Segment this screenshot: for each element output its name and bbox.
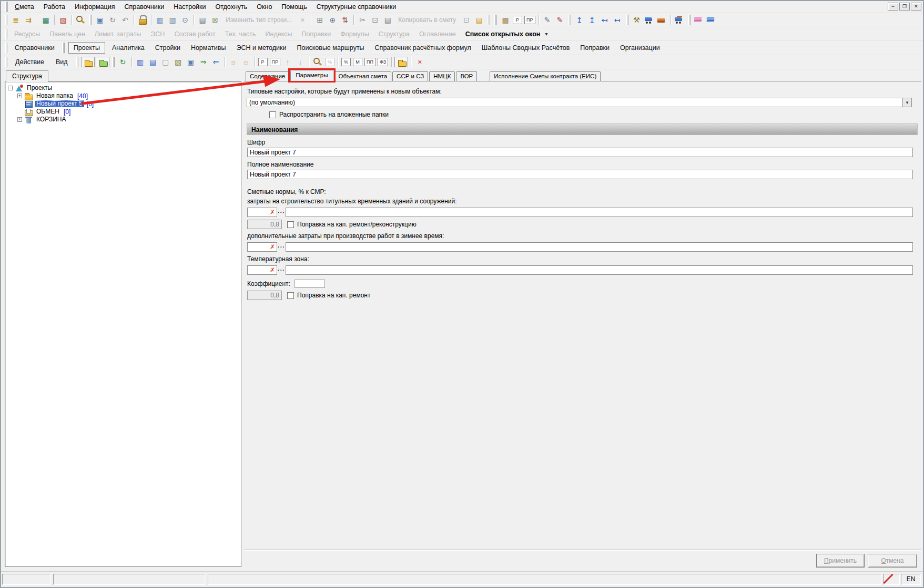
tab-stroyki[interactable]: Стройки [150,42,186,54]
view-oglavlenie[interactable]: Оглавление [414,28,461,40]
coefficient-field[interactable] [295,280,325,288]
tree-item[interactable]: + Новая папка [40] [6,92,240,100]
menu-vid[interactable]: Вид [50,56,74,68]
move-down-icon[interactable]: ↓ [294,56,307,68]
unlock-icon[interactable] [136,14,149,26]
cipher-field[interactable]: Новый проект 7 [247,148,913,157]
tree-structure-icon[interactable]: ≣ [9,14,22,26]
workstation-icon[interactable]: ▥ [154,14,166,26]
toolbar-grip[interactable] [688,15,691,25]
tab-normativy[interactable]: Нормативы [186,42,231,54]
tree-item[interactable]: Новый проект 5 [0] [6,100,240,108]
clear-row-type-icon[interactable]: × [296,14,309,26]
temp-buildings-code-field[interactable]: ✗ [247,208,277,217]
winter-name-field[interactable] [286,242,913,252]
view-sostav-rabot[interactable]: Состав работ [169,28,220,40]
menu-otdohnut[interactable]: Отдохнуть [211,2,252,12]
new-folder-icon[interactable] [394,57,408,67]
copy-page-icon[interactable]: ⊡ [460,14,473,26]
shift-left-icon[interactable]: ↤ [598,14,611,26]
tab-spravochniki[interactable]: Справочники [9,42,60,54]
resources-tool-icon[interactable]: ⚒ [631,14,643,26]
ellipsis-button[interactable]: ··· [277,209,286,215]
toolbar-grip[interactable] [494,15,497,25]
blank-page-icon[interactable]: ▢ [159,56,172,68]
comment-settings-icon[interactable]: ⊙ [179,14,191,26]
clear-icon[interactable]: ✗ [270,209,275,215]
view-struktura[interactable]: Структура [374,28,414,40]
refresh-icon[interactable]: ↻ [106,14,119,26]
repair-checkbox-2[interactable] [287,292,294,299]
shift-left-alt-icon[interactable]: ↤ [611,14,624,26]
machines-icon[interactable] [643,14,656,26]
tree-item-label[interactable]: Новая папка [35,92,75,99]
toolbar-grip[interactable] [5,15,7,25]
view-esn[interactable]: ЭСН [146,28,169,40]
percent-settings-icon[interactable]: % [325,58,334,66]
save-image-icon[interactable]: ▣ [185,56,197,68]
materials-icon[interactable] [656,14,668,26]
maximize-button[interactable]: ❐ [899,3,910,11]
cancel-button[interactable]: Отмена [868,554,917,568]
view-teh-chast[interactable]: Тех. часть [220,28,261,40]
view-panel-cen[interactable]: Панель цен [45,28,90,40]
expand-folder-icon[interactable] [81,57,95,67]
tab-shablony-svodnyh-raschetov[interactable]: Шаблоны Сводных Расчётов [476,42,575,54]
tab-ispolnenie-smety-kontrakta[interactable]: Исполнение Сметы контракта (ЕИС) [490,71,601,81]
close-button[interactable]: ✕ [911,3,921,11]
calculator-icon[interactable]: ⊞ [313,14,326,26]
send-icon[interactable]: ▤ [196,14,209,26]
tree-item-label[interactable]: Новый проект 5 [35,100,84,107]
percent-icon[interactable]: % [341,58,351,66]
images-icon[interactable]: ⊠ [209,14,221,26]
user-settings-icon[interactable]: ☼ [227,56,240,68]
find-resource-icon[interactable] [311,56,324,68]
tree-item[interactable]: + КОРЗИНА [6,116,240,123]
price-p-icon[interactable]: P [258,58,268,66]
price-pr-icon[interactable]: ПР [270,58,280,66]
toolbar-grip[interactable] [5,29,7,39]
toolbar-grip[interactable] [5,43,7,53]
tree-item-label[interactable]: Проекты [25,85,54,91]
chevron-down-icon[interactable]: ▾ [902,98,911,107]
search-icon[interactable] [74,14,87,26]
toolbar-grip[interactable] [89,15,92,25]
temp-zone-code-field[interactable]: ✗ [247,265,277,275]
tab-soderzhanie[interactable]: Содержание [246,71,289,81]
toolbar-grip[interactable] [5,57,7,67]
temp-zone-name-field[interactable] [286,265,913,275]
view-limit-zatraty[interactable]: Лимит. затраты [90,28,146,40]
book-add-icon[interactable]: ⊕ [326,14,339,26]
index-pp-icon[interactable]: ПП [364,58,375,66]
tab-nmck[interactable]: НМЦК [429,71,455,81]
materials-delivery-icon[interactable] [673,14,686,26]
tab-popravki[interactable]: Поправки [575,42,615,54]
paste-icon[interactable]: ▤ [381,14,394,26]
menu-rabota[interactable]: Работа [39,2,70,12]
row-edit-remove-icon[interactable]: ✎ [554,14,566,26]
tab-proekty[interactable]: Проекты [68,42,105,54]
tree-item-label[interactable]: ОБМЕН [35,108,61,115]
tab-analitika[interactable]: Аналитика [107,42,150,54]
undo-icon[interactable]: ↶ [119,14,131,26]
delete-icon[interactable]: × [413,56,426,68]
index-fz-icon[interactable]: ФЗ [378,58,388,66]
propagate-checkbox[interactable] [269,111,276,118]
toolbar-grip[interactable] [112,57,115,67]
catalog-blue-icon[interactable] [705,14,718,26]
tree-expander[interactable]: - [8,86,13,90]
tree-expander[interactable]: + [17,117,22,122]
menu-nastroyki[interactable]: Настройки [169,2,210,12]
fullname-field[interactable]: Новый проект 7 [247,170,913,179]
view-indeksy[interactable]: Индексы [261,28,297,40]
tab-ssr-i-sz[interactable]: ССР и СЗ [392,71,428,81]
workstation-settings-icon[interactable]: ▥ [166,14,179,26]
menu-deystvie[interactable]: Действие [9,56,50,68]
menu-spravochniki[interactable]: Справочники [120,2,169,12]
ellipsis-button[interactable]: ··· [277,267,286,273]
tree-transfer-icon[interactable]: ⇉ [22,14,35,26]
minimize-button[interactable]: – [888,3,898,11]
copy-to-estimate-button[interactable]: Копировать в смету [394,16,460,24]
toolbar-grip[interactable] [488,15,490,25]
change-row-type-button[interactable]: Изменить тип строки... [221,16,296,24]
